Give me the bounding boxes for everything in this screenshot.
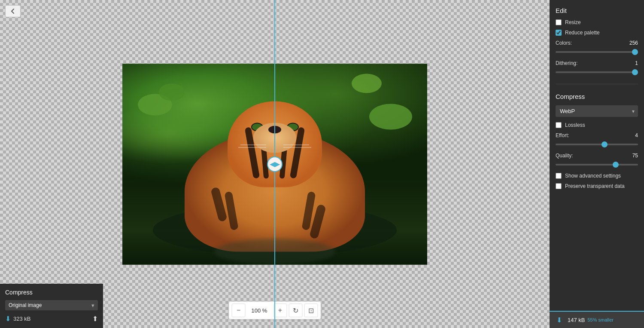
colors-value: 256 <box>625 40 638 46</box>
compress-footer: ⬇ 323 kB ⬆ <box>5 315 98 323</box>
quality-label: Quality: <box>556 153 573 159</box>
colors-row: Colors: 256 <box>556 40 638 54</box>
resize-row: Resize <box>556 19 638 25</box>
zoom-out-button[interactable]: − <box>232 303 246 317</box>
effort-label-row: Effort: 4 <box>556 132 638 138</box>
preserve-transparent-label[interactable]: Preserve transparent data <box>565 183 625 189</box>
zoom-in-button[interactable]: + <box>273 303 287 317</box>
section-divider <box>556 84 638 84</box>
quality-label-row: Quality: 75 <box>556 153 638 159</box>
fit-icon: ⊡ <box>308 307 314 315</box>
effort-label: Effort: <box>556 132 569 138</box>
dithering-label-row: Dithering: 1 <box>556 60 638 66</box>
lossless-label[interactable]: Lossless <box>565 122 585 128</box>
comparison-drag-handle[interactable]: ◀▶ <box>267 156 283 172</box>
dithering-slider[interactable] <box>556 71 638 73</box>
zoom-value: 100 % <box>247 307 272 314</box>
compress-section: Compress WebP JPEG PNG GIF ▾ Lossless Ef… <box>556 89 638 193</box>
effort-row: Effort: 4 <box>556 132 638 147</box>
colors-slider[interactable] <box>556 51 638 53</box>
dithering-value: 1 <box>625 60 638 66</box>
image-select-wrap: Original image Optimized image ▾ <box>5 300 98 310</box>
output-file-size: 147 kB <box>568 317 585 323</box>
edit-section-title: Edit <box>556 7 638 14</box>
back-arrow-icon <box>10 8 16 14</box>
image-select[interactable]: Original image Optimized image <box>5 300 98 310</box>
zoom-out-icon: − <box>237 307 240 314</box>
lossless-row: Lossless <box>556 122 638 128</box>
format-select-wrap: WebP JPEG PNG GIF ▾ <box>556 105 638 117</box>
file-size-display: ⬇ 323 kB <box>5 315 30 323</box>
lossless-checkbox[interactable] <box>556 122 562 128</box>
quality-value: 75 <box>625 153 638 159</box>
show-advanced-row: Show advanced settings <box>556 173 638 179</box>
reduce-palette-row: Reduce palette <box>556 30 638 36</box>
file-info: 147 kB 55% smaller <box>568 317 614 323</box>
colors-label: Colors: <box>556 40 572 46</box>
right-panel: Edit Resize Reduce palette Colors: 256 D… <box>550 0 644 328</box>
rotate-button[interactable]: ↻ <box>289 303 302 317</box>
edit-section: Edit Resize Reduce palette Colors: 256 D… <box>556 7 638 80</box>
reduce-palette-checkbox[interactable] <box>556 30 562 36</box>
bottom-bar: ⬇ 147 kB 55% smaller <box>550 311 644 328</box>
download-button-right[interactable]: ⬇ <box>554 315 564 325</box>
preserve-transparent-checkbox[interactable] <box>556 183 562 189</box>
dithering-label: Dithering: <box>556 60 577 66</box>
download-icon-left: ⬇ <box>5 315 11 323</box>
reduce-palette-label[interactable]: Reduce palette <box>565 30 600 36</box>
effort-value: 4 <box>625 132 638 138</box>
compress-section-title: Compress <box>556 93 638 100</box>
fit-button[interactable]: ⊡ <box>304 303 318 317</box>
back-button[interactable] <box>5 5 21 17</box>
quality-slider[interactable] <box>556 164 638 166</box>
compress-panel-left: Compress Original image Optimized image … <box>0 284 103 328</box>
rotate-icon: ↻ <box>293 307 298 315</box>
main-canvas: ◀▶ − 100 % + ↻ ⊡ Compress Original image… <box>0 0 550 328</box>
file-size-value: 323 kB <box>13 316 30 322</box>
dithering-row: Dithering: 1 <box>556 60 638 74</box>
show-advanced-checkbox[interactable] <box>556 173 562 179</box>
compress-panel-title: Compress <box>5 289 98 296</box>
format-select[interactable]: WebP JPEG PNG GIF <box>556 105 638 117</box>
preserve-transparent-row: Preserve transparent data <box>556 183 638 189</box>
colors-label-row: Colors: 256 <box>556 40 638 46</box>
resize-checkbox[interactable] <box>556 19 562 25</box>
effort-slider[interactable] <box>556 144 638 145</box>
show-advanced-label[interactable]: Show advanced settings <box>565 173 621 179</box>
zoom-in-icon: + <box>278 307 282 314</box>
quality-row: Quality: 75 <box>556 153 638 167</box>
upload-icon: ⬆ <box>92 315 98 323</box>
resize-label[interactable]: Resize <box>565 19 581 25</box>
size-reduction-badge: 55% smaller <box>587 317 614 322</box>
